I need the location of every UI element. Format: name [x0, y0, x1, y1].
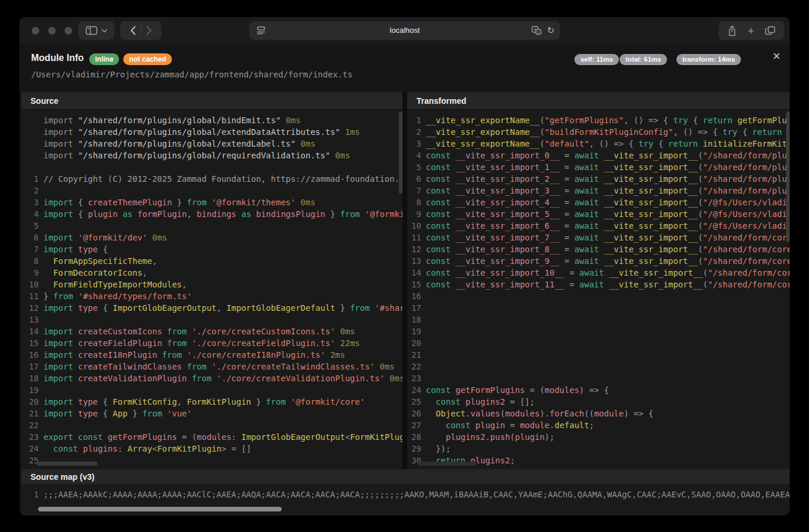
- sidebar-button-group: [78, 21, 114, 40]
- code-text: [426, 372, 790, 384]
- code-line: 15import createFieldPlugin from './core/…: [21, 337, 402, 349]
- sourcemap-h-scrollbar-thumb[interactable]: [38, 507, 282, 511]
- chevron-down-icon[interactable]: [101, 29, 107, 33]
- line-number: 22: [21, 419, 43, 431]
- code-line: 16import createI18nPlugin from './core/c…: [21, 349, 402, 361]
- sidebar-icon[interactable]: [86, 26, 97, 35]
- code-text: [426, 302, 790, 314]
- code-line: 3__vite_ssr_exportName__("default", () =…: [407, 138, 790, 150]
- code-line: 20: [407, 337, 790, 349]
- address-bar[interactable]: localhost Ax ↻: [249, 21, 560, 40]
- code-line: 8 FormAppSpecificTheme,: [21, 255, 402, 267]
- code-text: const __vite_ssr_import_11__ = await __v…: [426, 279, 790, 290]
- timing-total-badge: total: 61ms: [620, 54, 667, 65]
- line-number: 24: [407, 384, 426, 396]
- code-line: 14import createCustomIcons from './core/…: [21, 326, 402, 337]
- code-line: 7const __vite_ssr_import_3__ = await __v…: [407, 185, 790, 196]
- transformed-h-scrollbar-thumb[interactable]: [418, 462, 476, 466]
- line-number: 9: [21, 267, 43, 279]
- tab-overview-icon[interactable]: [765, 26, 776, 35]
- code-text: return plugins2;: [426, 455, 790, 466]
- code-text: import "/shared/form/plugins/global/exte…: [43, 138, 402, 150]
- code-text: import type {: [43, 243, 402, 255]
- close-panel-icon[interactable]: ×: [773, 49, 780, 64]
- code-line: 27 const plugin = module.default;: [407, 419, 790, 431]
- code-text: [426, 290, 790, 302]
- line-number: 8: [21, 255, 43, 267]
- reload-icon[interactable]: ↻: [547, 26, 554, 35]
- line-number: 28: [407, 431, 426, 443]
- nav-divider: [141, 25, 141, 36]
- line-number: 4: [21, 208, 43, 220]
- code-text: } from '#shared/types/form.ts': [43, 290, 402, 302]
- zoom-button[interactable]: [65, 27, 72, 35]
- forward-button[interactable]: [146, 26, 152, 35]
- code-line: 17: [407, 302, 790, 314]
- line-number: 21: [21, 408, 43, 419]
- code-text: [426, 361, 790, 372]
- close-button[interactable]: [32, 27, 39, 35]
- source-v-scrollbar-thumb[interactable]: [399, 111, 402, 194]
- minimize-button[interactable]: [48, 27, 56, 35]
- code-text: const plugins2 = [];: [426, 396, 790, 408]
- source-code[interactable]: import "/shared/form/plugins/global/bind…: [21, 110, 402, 469]
- code-text: import "/shared/form/plugins/global/requ…: [43, 150, 402, 161]
- code-text: const __vite_ssr_import_6__ = await __vi…: [426, 220, 790, 232]
- code-line: 15const __vite_ssr_import_11__ = await _…: [407, 279, 790, 290]
- line-number: 6: [407, 173, 426, 185]
- line-number: 11: [407, 232, 426, 243]
- code-text: import { createThemePlugin } from '@form…: [43, 196, 402, 208]
- line-number: [21, 161, 43, 173]
- code-text: const getFormPlugins = (modules) => {: [426, 384, 790, 396]
- line-number: 16: [21, 349, 43, 361]
- code-text: FormDecoratorIcons,: [43, 267, 402, 279]
- line-number: 13: [21, 314, 43, 326]
- code-text: FormAppSpecificTheme,: [43, 255, 402, 267]
- sourcemap-panel: Source map (v3) 1;;;AAEA;AAAkC;AAAA;AAAA…: [21, 469, 790, 516]
- line-number: 9: [407, 208, 426, 220]
- line-number: 1: [21, 489, 43, 500]
- code-text: [43, 314, 402, 326]
- code-line: 23export const getFormPlugins = (modules…: [21, 431, 402, 443]
- code-text: [43, 161, 402, 173]
- url-text[interactable]: localhost: [249, 21, 560, 40]
- translate-icon[interactable]: Ax: [532, 26, 541, 35]
- code-line: 29 });: [407, 443, 790, 455]
- code-text: [43, 455, 402, 466]
- code-line: import "/shared/form/plugins/global/bind…: [21, 114, 402, 126]
- code-line: 2: [21, 185, 402, 196]
- code-line: 8const __vite_ssr_import_4__ = await __v…: [407, 196, 790, 208]
- line-number: 12: [407, 243, 426, 255]
- code-line: 3import { createThemePlugin } from '@for…: [21, 196, 402, 208]
- code-text: FormFieldTypeImportModules,: [43, 279, 402, 290]
- transformed-v-scrollbar-thumb[interactable]: [786, 111, 790, 242]
- line-number: 23: [407, 372, 426, 384]
- line-number: 18: [407, 314, 426, 326]
- code-line: 18: [407, 314, 790, 326]
- line-number: 16: [407, 290, 426, 302]
- code-line: 25 const plugins2 = [];: [407, 396, 790, 408]
- code-line: 11} from '#shared/types/form.ts': [21, 290, 402, 302]
- share-icon[interactable]: [727, 25, 737, 36]
- line-number: 5: [21, 220, 43, 232]
- source-panel-title: Source: [21, 92, 402, 110]
- code-line: 4import { plugin as formPlugin, bindings…: [21, 208, 402, 220]
- code-line: 12const __vite_ssr_import_8__ = await __…: [407, 243, 790, 255]
- line-number: 6: [21, 232, 43, 243]
- code-text: import "/shared/form/plugins/global/exte…: [43, 126, 402, 138]
- code-line: 9 FormDecoratorIcons,: [21, 267, 402, 279]
- source-h-scrollbar-thumb[interactable]: [36, 462, 97, 466]
- line-number: 12: [21, 302, 43, 314]
- line-number: 13: [407, 255, 426, 267]
- line-number: 27: [407, 419, 426, 431]
- code-line: 14const __vite_ssr_import_10__ = await _…: [407, 267, 790, 279]
- new-tab-icon[interactable]: +: [747, 25, 754, 36]
- transformed-code[interactable]: 1__vite_ssr_exportName__("getFormPlugins…: [407, 110, 790, 469]
- code-text: [426, 326, 790, 337]
- line-number: 15: [407, 279, 426, 290]
- code-line: 24 const plugins: Array<FormKitPlugin> =…: [21, 443, 402, 455]
- code-text: [43, 419, 402, 431]
- code-line: 9const __vite_ssr_import_5__ = await __v…: [407, 208, 790, 220]
- browser-window: localhost Ax ↻ + Module Info inline not …: [19, 17, 790, 516]
- back-button[interactable]: [130, 26, 136, 35]
